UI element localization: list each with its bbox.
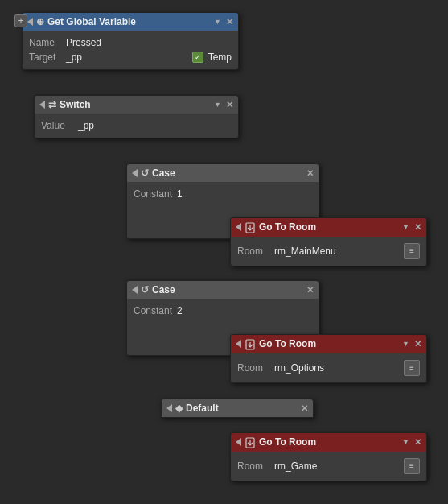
goto-room1-title: Go To Room bbox=[259, 221, 399, 233]
get-global-variable-header[interactable]: ⊕ Get Global Variable ▼ ✕ bbox=[23, 13, 238, 31]
value-row: Value _pp bbox=[41, 118, 232, 133]
constant2-row: Constant 2 bbox=[134, 304, 312, 318]
global-icon: ⊕ bbox=[36, 16, 44, 27]
collapse-arrow-icon[interactable] bbox=[132, 169, 138, 177]
case1-title: Case bbox=[152, 167, 303, 179]
room2-value: rm_Options bbox=[274, 362, 324, 374]
get-global-variable-title: Get Global Variable bbox=[47, 16, 211, 27]
switch-icon: ⇄ bbox=[48, 99, 56, 110]
name-row: Name Pressed bbox=[29, 35, 232, 50]
room2-label: Room bbox=[237, 362, 269, 374]
target-row: Target _pp ✓ Temp bbox=[29, 50, 232, 64]
collapse-arrow-icon[interactable] bbox=[39, 101, 45, 109]
room2-file-icon[interactable]: ≡ bbox=[404, 360, 420, 376]
room3-label: Room bbox=[237, 461, 269, 472]
default-node: ◆ Default ✕ bbox=[161, 399, 314, 418]
room3-row: Room rm_Game ≡ bbox=[237, 456, 420, 476]
close-button[interactable]: ✕ bbox=[414, 437, 421, 448]
menu-arrow-icon[interactable]: ▼ bbox=[402, 438, 409, 446]
close-button[interactable]: ✕ bbox=[306, 168, 314, 179]
case2-header[interactable]: ↺ Case ✕ bbox=[127, 281, 319, 299]
default-icon: ◆ bbox=[175, 403, 183, 414]
goto-icon bbox=[245, 338, 256, 350]
close-button[interactable]: ✕ bbox=[226, 100, 233, 110]
menu-arrow-icon[interactable]: ▼ bbox=[214, 101, 221, 109]
collapse-arrow-icon[interactable] bbox=[27, 18, 33, 26]
close-button[interactable]: ✕ bbox=[226, 17, 233, 27]
switch-header[interactable]: ⇄ Switch ▼ ✕ bbox=[35, 96, 238, 114]
constant2-value: 2 bbox=[177, 305, 183, 316]
room1-file-icon[interactable]: ≡ bbox=[404, 243, 420, 259]
close-button[interactable]: ✕ bbox=[414, 222, 421, 233]
room1-value: rm_MainMenu bbox=[274, 246, 336, 257]
default-header[interactable]: ◆ Default ✕ bbox=[162, 399, 313, 417]
menu-arrow-icon[interactable]: ▼ bbox=[214, 18, 221, 26]
goto-room1-header[interactable]: Go To Room ▼ ✕ bbox=[231, 218, 426, 237]
default-title: Default bbox=[186, 403, 298, 414]
get-global-variable-node: ⊕ Get Global Variable ▼ ✕ Name Pressed T… bbox=[22, 12, 239, 70]
temp-checkbox[interactable]: ✓ bbox=[192, 52, 203, 63]
constant1-row: Constant 1 bbox=[134, 187, 312, 201]
room1-label: Room bbox=[237, 246, 269, 257]
get-global-variable-body: Name Pressed Target _pp ✓ Temp bbox=[23, 31, 238, 69]
collapse-arrow-icon[interactable] bbox=[132, 286, 138, 294]
target-value: _pp bbox=[66, 52, 82, 63]
collapse-arrow-icon[interactable] bbox=[166, 404, 172, 412]
name-value: Pressed bbox=[66, 37, 101, 48]
constant2-label: Constant bbox=[134, 305, 172, 316]
goto-room3-title: Go To Room bbox=[259, 436, 399, 448]
switch-title: Switch bbox=[60, 99, 211, 110]
goto-icon bbox=[245, 436, 256, 448]
target-label: Target bbox=[29, 52, 61, 63]
goto-icon bbox=[245, 221, 256, 233]
room3-value: rm_Game bbox=[274, 461, 317, 472]
close-button[interactable]: ✕ bbox=[301, 403, 308, 414]
goto-room3-header[interactable]: Go To Room ▼ ✕ bbox=[231, 433, 426, 452]
room1-row: Room rm_MainMenu ≡ bbox=[237, 242, 420, 261]
goto-room2-node: Go To Room ▼ ✕ Room rm_Options ≡ bbox=[230, 334, 427, 383]
goto-room3-node: Go To Room ▼ ✕ Room rm_Game ≡ bbox=[230, 432, 427, 481]
constant1-value: 1 bbox=[177, 188, 183, 200]
case-icon: ↺ bbox=[141, 284, 149, 295]
room2-row: Room rm_Options ≡ bbox=[237, 358, 420, 378]
name-label: Name bbox=[29, 37, 61, 48]
value-value: _pp bbox=[78, 120, 94, 131]
value-label: Value bbox=[41, 120, 73, 131]
menu-arrow-icon[interactable]: ▼ bbox=[402, 340, 409, 348]
menu-arrow-icon[interactable]: ▼ bbox=[402, 223, 409, 231]
case1-header[interactable]: ↺ Case ✕ bbox=[127, 164, 319, 182]
switch-node: ⇄ Switch ▼ ✕ Value _pp bbox=[34, 95, 239, 138]
constant1-label: Constant bbox=[134, 188, 172, 200]
goto-room3-body: Room rm_Game ≡ bbox=[231, 452, 426, 481]
room3-file-icon[interactable]: ≡ bbox=[404, 458, 420, 474]
collapse-arrow-icon[interactable] bbox=[236, 438, 241, 446]
goto-room2-title: Go To Room bbox=[259, 338, 399, 349]
goto-room2-body: Room rm_Options ≡ bbox=[231, 353, 426, 382]
close-button[interactable]: ✕ bbox=[414, 339, 421, 349]
collapse-arrow-icon[interactable] bbox=[236, 223, 241, 231]
goto-room1-body: Room rm_MainMenu ≡ bbox=[231, 237, 426, 266]
close-button[interactable]: ✕ bbox=[306, 285, 314, 295]
collapse-arrow-icon[interactable] bbox=[236, 340, 241, 348]
temp-label: Temp bbox=[208, 52, 232, 63]
goto-room2-header[interactable]: Go To Room ▼ ✕ bbox=[231, 335, 426, 353]
case2-title: Case bbox=[152, 284, 303, 295]
case-icon: ↺ bbox=[141, 167, 149, 179]
add-node-button[interactable]: + bbox=[14, 14, 27, 27]
switch-body: Value _pp bbox=[35, 114, 238, 138]
goto-room1-node: Go To Room ▼ ✕ Room rm_MainMenu ≡ bbox=[230, 217, 427, 266]
